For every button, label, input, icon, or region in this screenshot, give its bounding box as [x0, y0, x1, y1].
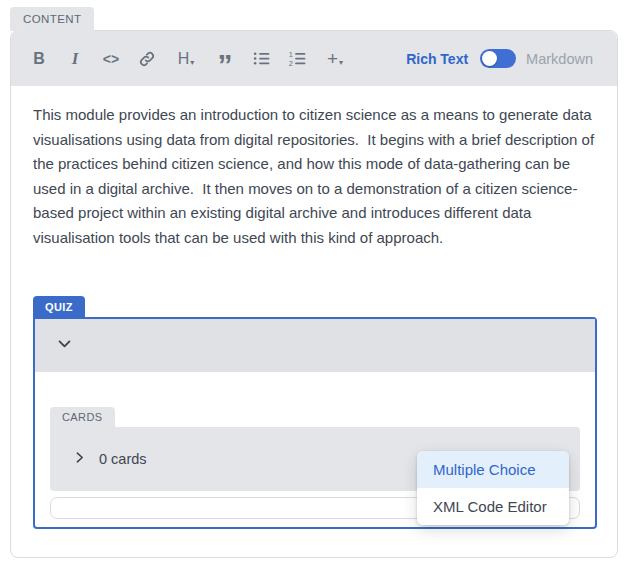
bold-icon: B: [33, 50, 45, 68]
heading-button[interactable]: H ▾: [171, 47, 201, 71]
link-button[interactable]: [135, 47, 159, 71]
dropdown-item-xml-code-editor[interactable]: XML Code Editor: [417, 488, 569, 525]
blockquote-button[interactable]: ”: [213, 47, 237, 71]
quiz-collapse-header[interactable]: [35, 319, 595, 372]
quiz-section: QUIZ CARDS: [33, 296, 597, 529]
formatting-toolbar: B I <> H ▾ ”: [11, 31, 617, 86]
italic-icon: I: [72, 49, 79, 69]
bullet-list-icon: [252, 49, 271, 68]
link-icon: [138, 50, 156, 68]
chevron-right-icon[interactable]: [73, 450, 86, 468]
svg-text:1: 1: [288, 50, 292, 59]
editor-mode-switcher: Rich Text Markdown: [406, 49, 593, 68]
editor-wrapper: CONTENT B I <> H: [10, 0, 618, 558]
content-editor-card: B I <> H ▾ ”: [10, 30, 618, 558]
card-type-dropdown: Multiple Choice XML Code Editor: [417, 451, 569, 525]
rich-text-label: Rich Text: [406, 51, 468, 67]
tab-content[interactable]: CONTENT: [10, 7, 94, 31]
svg-text:2: 2: [288, 59, 292, 68]
bullet-list-button[interactable]: [249, 47, 273, 71]
blockquote-icon: ”: [218, 60, 233, 70]
editor-paragraph[interactable]: This module provides an introduction to …: [33, 103, 598, 250]
chevron-down-icon[interactable]: [56, 335, 73, 356]
toggle-knob: [482, 51, 497, 66]
heading-icon: H: [178, 50, 190, 68]
bold-button[interactable]: B: [27, 47, 51, 71]
editor-body: This module provides an introduction to …: [11, 86, 617, 529]
chevron-down-icon: ▾: [190, 58, 194, 67]
add-element-button[interactable]: + ▾: [321, 47, 349, 71]
plus-icon: +: [327, 48, 338, 70]
ordered-list-icon: 1 2: [288, 49, 307, 68]
mode-toggle-switch[interactable]: [480, 49, 516, 68]
code-icon: <>: [103, 51, 119, 67]
markdown-label: Markdown: [526, 51, 593, 67]
tab-quiz[interactable]: QUIZ: [33, 296, 85, 317]
code-button[interactable]: <>: [99, 47, 123, 71]
dropdown-item-multiple-choice[interactable]: Multiple Choice: [417, 451, 569, 488]
chevron-down-icon: ▾: [339, 58, 343, 67]
ordered-list-button[interactable]: 1 2: [285, 47, 309, 71]
italic-button[interactable]: I: [63, 47, 87, 71]
tab-cards[interactable]: CARDS: [50, 407, 115, 427]
cards-count-label: 0 cards: [99, 451, 147, 467]
